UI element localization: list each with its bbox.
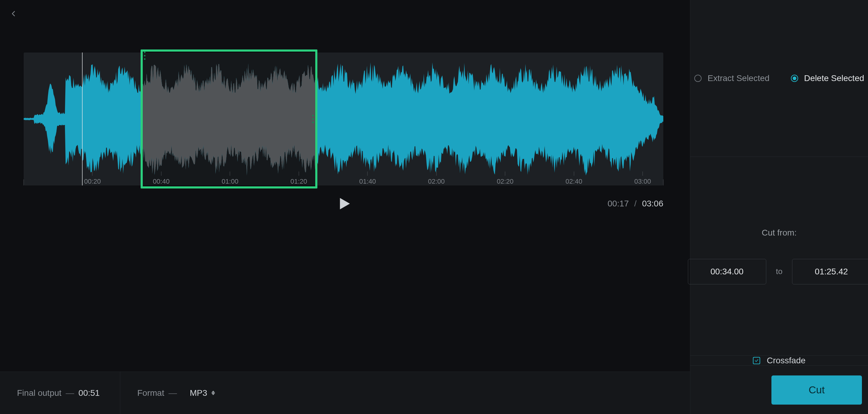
back-button[interactable] [8,8,19,19]
mode-delete-label: Delete Selected [804,73,864,83]
mode-extract-label: Extract Selected [708,73,770,83]
editor-main: 00:2000:4001:0001:2001:4002:0002:2002:40… [0,0,690,414]
radio-icon [694,75,702,82]
play-button[interactable] [335,195,352,212]
crossfade-section: Crossfade [690,356,868,366]
range-label: Cut from: [762,228,797,238]
range-section: Cut from: 00:34.00 to 01:25.42 [690,157,868,356]
mode-extract-option[interactable]: Extract Selected [694,73,770,83]
final-output-cell: Final output — 00:51 [0,372,120,414]
side-panel: Extract Selected Delete Selected Cut fro… [690,0,868,414]
format-label: Format [137,388,164,398]
format-cell: Format — MP3 [120,372,232,414]
radio-icon [791,75,798,82]
stepper-icon [211,391,215,395]
footer-bar: Final output — 00:51 Format — MP3 [0,372,690,414]
cut-button[interactable]: Cut [771,376,862,405]
time-current: 00:17 [608,199,629,208]
time-readout: 00:17 / 03:06 [608,199,663,209]
action-section: Cut [690,366,868,414]
range-from-input[interactable]: 00:34.00 [688,259,766,284]
time-duration: 03:06 [642,199,663,208]
crossfade-label: Crossfade [767,356,806,365]
playhead[interactable] [82,53,83,186]
format-value: MP3 [190,388,208,398]
final-output-value: 00:51 [79,388,100,398]
chevron-left-icon [10,8,17,19]
waveform [24,53,663,186]
waveform-track[interactable]: 00:2000:4001:0001:2001:4002:0002:2002:40… [24,53,663,186]
range-to-input[interactable]: 01:25.42 [792,259,868,284]
cut-button-label: Cut [809,384,825,396]
mode-section: Extract Selected Delete Selected [690,0,868,157]
format-select[interactable]: MP3 [190,388,215,398]
range-to-label: to [776,267,783,276]
play-icon [335,195,352,212]
crossfade-checkbox[interactable] [753,357,760,364]
check-icon [754,358,759,363]
waveform-selection-mask [141,53,317,186]
mode-delete-option[interactable]: Delete Selected [791,73,864,83]
final-output-label: Final output [17,388,61,398]
